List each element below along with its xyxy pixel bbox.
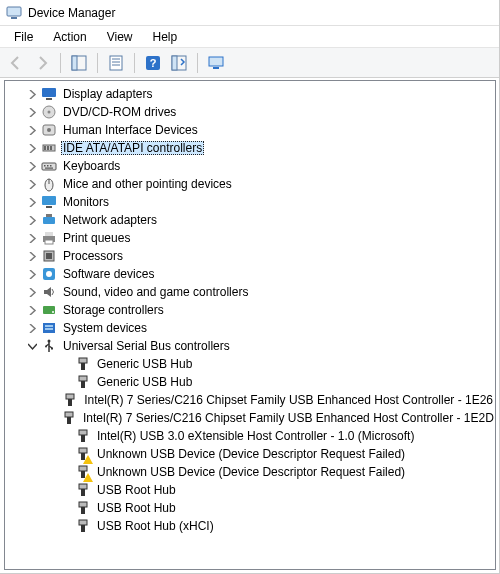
category-storage[interactable]: Storage controllers <box>25 301 495 319</box>
system-icon <box>41 320 57 336</box>
menu-view[interactable]: View <box>97 28 143 46</box>
expand-icon[interactable] <box>25 285 39 299</box>
category-keyboards[interactable]: Keyboards <box>25 157 495 175</box>
usb-device-icon <box>61 410 77 426</box>
svg-rect-12 <box>209 57 223 66</box>
expand-icon[interactable] <box>25 267 39 281</box>
device-item[interactable]: Generic USB Hub <box>59 373 495 391</box>
keyboard-icon <box>41 158 57 174</box>
device-item[interactable]: Generic USB Hub <box>59 355 495 373</box>
expand-icon[interactable] <box>25 105 39 119</box>
category-label: DVD/CD-ROM drives <box>61 105 178 119</box>
device-label: Intel(R) USB 3.0 eXtensible Host Control… <box>95 429 416 443</box>
menu-help[interactable]: Help <box>143 28 188 46</box>
help-button[interactable]: ? <box>141 51 165 75</box>
printer-icon <box>41 230 57 246</box>
usb-icon <box>41 338 57 354</box>
monitor-view-button[interactable] <box>204 51 228 75</box>
usb-device-icon <box>75 482 91 498</box>
expand-icon[interactable] <box>25 231 39 245</box>
expand-icon[interactable] <box>25 249 39 263</box>
category-label: Display adapters <box>61 87 154 101</box>
properties-button[interactable] <box>104 51 128 75</box>
device-item[interactable]: USB Root Hub <box>59 499 495 517</box>
usb-device-icon <box>75 356 91 372</box>
show-hide-tree-button[interactable] <box>67 51 91 75</box>
app-icon <box>6 5 22 21</box>
mouse-icon <box>41 176 57 192</box>
hi-icon <box>41 122 57 138</box>
menubar: File Action View Help <box>0 26 499 48</box>
monitor-icon <box>41 194 57 210</box>
usb-device-icon <box>75 464 91 480</box>
expand-icon[interactable] <box>25 213 39 227</box>
forward-button[interactable] <box>30 51 54 75</box>
category-sound[interactable]: Sound, video and game controllers <box>25 283 495 301</box>
category-system[interactable]: System devices <box>25 319 495 337</box>
toolbar-separator <box>197 53 198 73</box>
svg-rect-1 <box>11 17 17 19</box>
device-item[interactable]: USB Root Hub <box>59 481 495 499</box>
device-label: Generic USB Hub <box>95 375 194 389</box>
device-tree-pane[interactable]: Display adaptersDVD/CD-ROM drivesHuman I… <box>4 80 496 570</box>
category-mice[interactable]: Mice and other pointing devices <box>25 175 495 193</box>
ide-icon <box>41 140 57 156</box>
category-label: IDE ATA/ATAPI controllers <box>61 141 204 155</box>
device-label: Unknown USB Device (Device Descriptor Re… <box>95 447 407 461</box>
category-software-devices[interactable]: Software devices <box>25 265 495 283</box>
display-icon <box>41 86 57 102</box>
svg-text:?: ? <box>150 57 157 69</box>
storage-icon <box>41 302 57 318</box>
category-label: Sound, video and game controllers <box>61 285 250 299</box>
device-item[interactable]: Intel(R) 7 Series/C216 Chipset Family US… <box>59 409 495 427</box>
category-hid[interactable]: Human Interface Devices <box>25 121 495 139</box>
device-item[interactable]: Unknown USB Device (Device Descriptor Re… <box>59 445 495 463</box>
category-label: Processors <box>61 249 125 263</box>
cpu-icon <box>41 248 57 264</box>
usb-device-icon <box>62 392 78 408</box>
menu-action[interactable]: Action <box>43 28 96 46</box>
category-label: Human Interface Devices <box>61 123 200 137</box>
svg-rect-4 <box>110 56 122 70</box>
device-label: USB Root Hub <box>95 501 178 515</box>
expand-icon[interactable] <box>25 321 39 335</box>
device-label: Unknown USB Device (Device Descriptor Re… <box>95 465 407 479</box>
device-item[interactable]: Intel(R) USB 3.0 eXtensible Host Control… <box>59 427 495 445</box>
category-network[interactable]: Network adapters <box>25 211 495 229</box>
window-title: Device Manager <box>28 6 115 20</box>
scan-hardware-button[interactable] <box>167 51 191 75</box>
category-label: Print queues <box>61 231 132 245</box>
device-item[interactable]: Intel(R) 7 Series/C216 Chipset Family US… <box>59 391 495 409</box>
category-label: Universal Serial Bus controllers <box>61 339 232 353</box>
category-processors[interactable]: Processors <box>25 247 495 265</box>
collapse-icon[interactable] <box>25 339 39 353</box>
category-print-queues[interactable]: Print queues <box>25 229 495 247</box>
category-usb[interactable]: Universal Serial Bus controllers <box>25 337 495 355</box>
device-label: Intel(R) 7 Series/C216 Chipset Family US… <box>81 411 496 425</box>
back-button[interactable] <box>4 51 28 75</box>
category-ide-atapi[interactable]: IDE ATA/ATAPI controllers <box>25 139 495 157</box>
menu-file[interactable]: File <box>4 28 43 46</box>
usb-device-icon <box>75 518 91 534</box>
category-monitors[interactable]: Monitors <box>25 193 495 211</box>
category-label: Mice and other pointing devices <box>61 177 234 191</box>
expand-icon[interactable] <box>25 141 39 155</box>
device-item[interactable]: Unknown USB Device (Device Descriptor Re… <box>59 463 495 481</box>
expand-icon[interactable] <box>25 123 39 137</box>
category-display-adapters[interactable]: Display adapters <box>25 85 495 103</box>
toolbar-separator <box>97 53 98 73</box>
expand-icon[interactable] <box>25 159 39 173</box>
expand-icon[interactable] <box>25 195 39 209</box>
device-item[interactable]: USB Root Hub (xHCI) <box>59 517 495 535</box>
toolbar: ? <box>0 48 499 78</box>
category-dvd-cdrom[interactable]: DVD/CD-ROM drives <box>25 103 495 121</box>
sound-icon <box>41 284 57 300</box>
expand-icon[interactable] <box>25 177 39 191</box>
category-label: Keyboards <box>61 159 122 173</box>
device-tree: Display adaptersDVD/CD-ROM drivesHuman I… <box>5 85 495 535</box>
usb-device-icon <box>75 374 91 390</box>
sw-icon <box>41 266 57 282</box>
expand-icon[interactable] <box>25 303 39 317</box>
expand-icon[interactable] <box>25 87 39 101</box>
category-label: Monitors <box>61 195 111 209</box>
